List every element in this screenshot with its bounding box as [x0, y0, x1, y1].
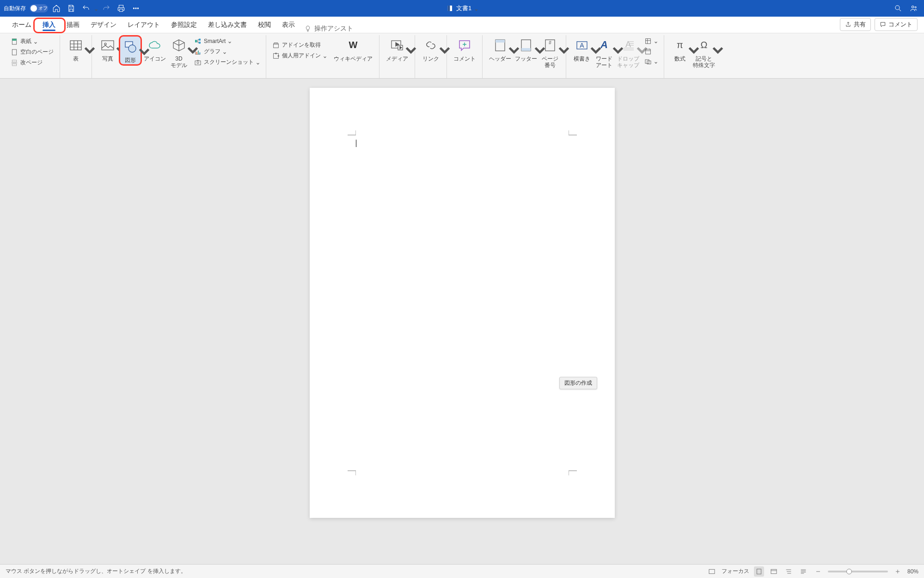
- tab-design[interactable]: デザイン: [85, 17, 122, 33]
- tab-row: ホーム 挿入 描画 デザイン レイアウト 参照設定 差し込み文書 校閲 表示 操…: [0, 17, 924, 33]
- svg-text:#: #: [549, 40, 551, 45]
- page[interactable]: 図形の作成: [310, 88, 615, 518]
- wikipedia-icon: W: [346, 38, 361, 53]
- chevron-down-icon: [228, 39, 232, 43]
- chevron-down-icon: [654, 39, 658, 43]
- blank-page-button[interactable]: 空白のページ: [9, 48, 55, 56]
- chart-button[interactable]: グラフ: [193, 47, 261, 56]
- chevron-down-icon: [34, 40, 37, 43]
- chevron-down-icon: [323, 54, 327, 58]
- comment-icon: [457, 38, 472, 53]
- text-cursor: [356, 140, 356, 147]
- zoom-level[interactable]: 80%: [907, 568, 918, 575]
- page-number-button[interactable]: # ページ 番号: [539, 35, 561, 70]
- wordart-button[interactable]: A ワード アート: [593, 35, 615, 70]
- equation-button[interactable]: π 数式: [669, 35, 691, 63]
- dropcap-button[interactable]: A ドロップ キャップ: [615, 35, 641, 70]
- my-addins-button[interactable]: 個人用アドイン: [271, 51, 328, 60]
- titlebar-left: 自動保存 オフ: [4, 2, 142, 15]
- account-icon[interactable]: [907, 2, 920, 15]
- new-comment-button[interactable]: コメント: [452, 35, 477, 63]
- tab-insert[interactable]: 挿入: [37, 17, 61, 33]
- screenshot-button[interactable]: スクリーンショット: [193, 58, 261, 67]
- media-button[interactable]: メディア: [384, 35, 410, 63]
- svg-point-1: [135, 8, 136, 9]
- table-button[interactable]: 表: [65, 35, 87, 63]
- group-addins: アドインを取得 個人用アドイン W ウィキペディア: [266, 35, 379, 78]
- zoom-out-button[interactable]: [813, 566, 823, 577]
- zoom-in-button[interactable]: [893, 566, 903, 577]
- svg-point-13: [104, 43, 106, 45]
- autosave-toggle[interactable]: オフ: [30, 4, 48, 12]
- tab-view[interactable]: 表示: [276, 17, 300, 33]
- page-break-button[interactable]: 改ページ: [9, 58, 55, 67]
- margin-mark: [569, 130, 577, 139]
- shapes-button[interactable]: 図形: [119, 35, 142, 66]
- svg-rect-17: [199, 39, 201, 41]
- more-icon[interactable]: [129, 2, 142, 15]
- chevron-down-icon: [635, 43, 638, 47]
- footer-button[interactable]: フッター: [513, 35, 539, 63]
- cover-page-button[interactable]: 表紙: [9, 37, 55, 46]
- tab-home[interactable]: ホーム: [6, 17, 37, 33]
- share-icon: [845, 21, 851, 28]
- textbox-button[interactable]: A 横書き: [571, 35, 593, 63]
- statusbar: マウス ボタンを押しながらドラッグし、オートシェイプ を挿入します。 フォーカス…: [0, 564, 924, 578]
- svg-rect-10: [12, 49, 16, 55]
- wikipedia-button[interactable]: W ウィキペディア: [332, 35, 374, 63]
- tell-me[interactable]: 操作アシスト: [304, 25, 353, 33]
- smartart-button[interactable]: SmartArt: [193, 37, 261, 45]
- group-link: リンク: [415, 35, 447, 78]
- chevron-down-icon: [654, 60, 658, 63]
- textbox-icon: A: [575, 38, 589, 53]
- tab-mailings[interactable]: 差し込み文書: [202, 17, 252, 33]
- chevron-down-icon: [557, 43, 560, 47]
- focus-mode-button[interactable]: [707, 566, 717, 577]
- document-canvas[interactable]: 図形の作成: [0, 79, 924, 564]
- tab-layout[interactable]: レイアウト: [122, 17, 165, 33]
- object-button[interactable]: [643, 57, 659, 66]
- share-button[interactable]: 共有: [840, 18, 871, 31]
- undo-icon[interactable]: [80, 2, 92, 15]
- 3d-models-button[interactable]: 3D モデル: [168, 35, 190, 70]
- get-addins-button[interactable]: アドインを取得: [271, 41, 328, 49]
- link-button[interactable]: リンク: [420, 35, 442, 63]
- footer-icon: [519, 38, 533, 53]
- status-message: マウス ボタンを押しながらドラッグし、オートシェイプ を挿入します。: [6, 567, 186, 575]
- redo-icon[interactable]: [100, 2, 113, 15]
- focus-label[interactable]: フォーカス: [722, 567, 749, 575]
- outline-view[interactable]: [783, 566, 794, 577]
- chevron-down-icon: [82, 43, 86, 47]
- zoom-slider[interactable]: [828, 571, 888, 572]
- comment-button[interactable]: コメント: [875, 18, 918, 31]
- tab-references[interactable]: 参照設定: [165, 17, 202, 33]
- save-icon[interactable]: [65, 2, 78, 15]
- home-icon[interactable]: [50, 2, 63, 15]
- print-icon[interactable]: [115, 2, 128, 15]
- titlebar-right: [892, 2, 920, 15]
- title-dropdown[interactable]: [474, 6, 478, 10]
- group-table: 表: [60, 35, 92, 78]
- header-button[interactable]: ヘッダー: [487, 35, 513, 63]
- icons-icon: [147, 38, 162, 53]
- svg-point-23: [197, 61, 199, 63]
- svg-text:A: A: [580, 42, 584, 49]
- symbol-button[interactable]: Ω 記号と 特殊文字: [691, 35, 717, 70]
- zoom-thumb[interactable]: [846, 569, 852, 574]
- tab-review[interactable]: 校閲: [252, 17, 276, 33]
- svg-text:A: A: [625, 40, 631, 49]
- icons-button[interactable]: アイコン: [142, 35, 168, 63]
- tab-draw[interactable]: 描画: [61, 17, 85, 33]
- svg-point-0: [133, 8, 134, 9]
- web-layout-view[interactable]: [769, 566, 779, 577]
- document-icon: [446, 5, 453, 12]
- undo-dropdown[interactable]: [94, 6, 98, 10]
- document-title: 文書1: [456, 4, 471, 12]
- picture-button[interactable]: 写真: [97, 35, 119, 63]
- print-layout-view[interactable]: [754, 566, 764, 577]
- chevron-down-icon: [256, 61, 260, 64]
- svg-rect-48: [757, 569, 761, 574]
- shapes-icon: [123, 39, 138, 54]
- search-icon[interactable]: [892, 2, 905, 15]
- draft-view[interactable]: [798, 566, 808, 577]
